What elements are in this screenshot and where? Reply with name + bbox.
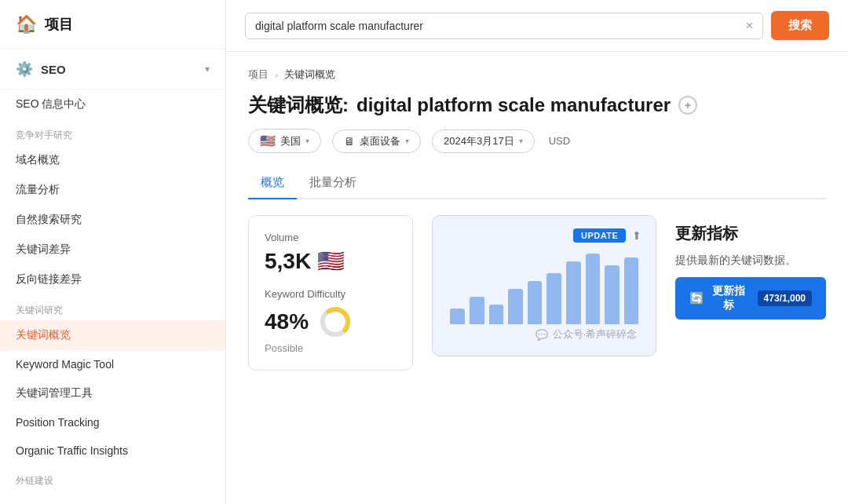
breadcrumb-separator: › (275, 69, 278, 81)
sidebar-item-keyword-overview[interactable]: 关键词概览 (0, 320, 225, 350)
search-button[interactable]: 搜索 (771, 11, 829, 40)
chevron-down-icon: ▾ (519, 137, 523, 145)
search-input-wrapper[interactable]: × (245, 13, 763, 39)
sidebar-item-label: 域名概览 (16, 153, 60, 167)
breadcrumb: 项目 › 关键词概览 (248, 68, 826, 82)
usage-badge: 473/1,000 (758, 290, 812, 306)
chart-bar (528, 281, 543, 324)
sidebar-category-links: 外链建设 (0, 465, 225, 491)
chart-bar (470, 297, 484, 324)
sidebar-item-keyword-magic[interactable]: Keyword Magic Tool (0, 350, 225, 378)
volume-value: 5,3K 🇺🇸 (265, 248, 397, 274)
title-prefix: 关键词概览: (248, 93, 349, 118)
watermark: 💬 公众号·希声碎碎念 (535, 327, 638, 341)
keyword-metrics-card: Volume 5,3K 🇺🇸 Keyword Difficulty 48% Po… (248, 215, 413, 371)
tab-batch[interactable]: 批量分析 (297, 167, 369, 199)
home-icon: 🏠 (16, 14, 37, 35)
chevron-down-icon: ▾ (305, 137, 309, 145)
kd-label: Keyword Difficulty (265, 288, 397, 300)
chevron-down-icon: ▾ (405, 137, 409, 145)
sidebar-item-label: Organic Traffic Insights (16, 444, 128, 457)
search-bar: × 搜索 (226, 0, 848, 52)
breadcrumb-current: 关键词概览 (284, 68, 335, 82)
sidebar-item-organic-research[interactable]: 自然搜索研究 (0, 205, 225, 235)
country-filter[interactable]: 🇺🇸 美国 ▾ (248, 129, 321, 153)
sidebar-item-seo-info[interactable]: SEO 信息中心 (0, 89, 225, 119)
dashboard-row: Volume 5,3K 🇺🇸 Keyword Difficulty 48% Po… (248, 215, 826, 371)
kd-possible-label: Possible (265, 342, 397, 354)
device-label: 桌面设备 (360, 134, 400, 148)
add-keyword-button[interactable]: + (678, 96, 697, 115)
chart-top-bar: UPDATE ⬆ (447, 228, 641, 243)
seo-section: ⚙️ SEO ▾ SEO 信息中心 竞争对手研究 域名概览 流量分析 自然搜索研… (0, 49, 225, 494)
tabs-row: 概览 批量分析 (248, 167, 826, 199)
breadcrumb-parent[interactable]: 项目 (248, 68, 269, 82)
volume-number: 5,3K (265, 249, 311, 274)
country-label: 美国 (280, 134, 301, 148)
date-filter[interactable]: 2024年3月17日 ▾ (432, 130, 535, 153)
sidebar-category-competitive: 竞争对手研究 (0, 119, 225, 145)
sidebar-item-label: 反向链接差异 (16, 272, 82, 287)
chart-preview-panel: UPDATE ⬆ 💬 公众号·希声碎碎念 (432, 215, 656, 356)
sidebar-item-domain-overview[interactable]: 域名概览 (0, 145, 225, 175)
sidebar-item-label: SEO 信息中心 (16, 97, 86, 111)
update-metrics-button[interactable]: 🔄 更新指标 473/1,000 (675, 277, 826, 320)
seo-section-title: SEO (41, 63, 197, 76)
chart-bar (586, 254, 601, 324)
us-flag-icon: 🇺🇸 (260, 133, 276, 148)
filter-row: 🇺🇸 美国 ▾ 🖥 桌面设备 ▾ 2024年3月17日 ▾ USD (248, 129, 826, 153)
update-panel-title: 更新指标 (675, 223, 826, 244)
chart-bar (566, 261, 581, 324)
volume-flag-icon: 🇺🇸 (317, 248, 345, 274)
sidebar-item-label: 关键词管理工具 (16, 386, 93, 400)
kd-donut-chart (318, 305, 353, 339)
sidebar-item-organic-traffic[interactable]: Organic Traffic Insights (0, 436, 225, 465)
sidebar: 🏠 项目 ⚙️ SEO ▾ SEO 信息中心 竞争对手研究 域名概览 流量分析 … (0, 0, 226, 504)
page-title: 关键词概览: digital platform scale manufactur… (248, 93, 826, 118)
currency-label: USD (549, 135, 570, 147)
sidebar-item-keyword-manager[interactable]: 关键词管理工具 (0, 378, 225, 408)
chevron-down-icon: ▾ (205, 64, 210, 75)
chart-bar (624, 257, 639, 324)
kd-value: 48% (265, 305, 397, 339)
chart-bar (605, 265, 620, 324)
desktop-icon: 🖥 (344, 135, 355, 148)
sidebar-header-title: 项目 (45, 15, 73, 34)
chart-bar (489, 305, 504, 324)
seo-icon: ⚙️ (16, 60, 33, 78)
kd-number: 48% (265, 309, 309, 334)
refresh-icon: 🔄 (689, 291, 704, 305)
sidebar-item-position-tracking[interactable]: Position Tracking (0, 408, 225, 436)
sidebar-item-backlink-gap[interactable]: 反向链接差异 (0, 265, 225, 294)
search-input[interactable] (255, 20, 740, 32)
sidebar-item-traffic-analysis[interactable]: 流量分析 (0, 175, 225, 205)
sidebar-category-keyword: 关键词研究 (0, 294, 225, 320)
share-icon[interactable]: ⬆ (632, 229, 641, 242)
seo-section-header[interactable]: ⚙️ SEO ▾ (0, 49, 225, 89)
volume-label: Volume (265, 232, 397, 243)
tab-overview[interactable]: 概览 (248, 167, 297, 199)
wechat-icon: 💬 (535, 329, 548, 341)
bar-chart (447, 254, 641, 324)
sidebar-item-label: Position Tracking (16, 416, 100, 429)
chart-bar (450, 309, 465, 324)
update-panel: 更新指标 提供最新的关键词数据。 🔄 更新指标 473/1,000 (675, 215, 826, 327)
clear-icon[interactable]: × (746, 20, 753, 32)
sidebar-item-label: 流量分析 (16, 183, 60, 197)
chart-bar (508, 289, 523, 324)
main-content: × 搜索 项目 › 关键词概览 关键词概览: digital platform … (226, 0, 848, 504)
content-area: 项目 › 关键词概览 关键词概览: digital platform scale… (226, 52, 848, 504)
sidebar-item-label: 自然搜索研究 (16, 213, 82, 227)
date-label: 2024年3月17日 (444, 134, 514, 148)
plus-icon: + (685, 99, 691, 111)
update-badge: UPDATE (573, 228, 626, 243)
chart-bar (546, 273, 561, 324)
sidebar-item-label: 关键词概览 (16, 328, 71, 342)
sidebar-item-keyword-gap[interactable]: 关键词差异 (0, 235, 225, 265)
update-button-label: 更新指标 (711, 284, 746, 312)
sidebar-header[interactable]: 🏠 项目 (0, 0, 225, 49)
title-keyword: digital platform scale manufacturer (356, 94, 671, 116)
watermark-text: 公众号·希声碎碎念 (553, 327, 638, 341)
device-filter[interactable]: 🖥 桌面设备 ▾ (332, 130, 421, 153)
sidebar-item-label: Keyword Magic Tool (16, 358, 114, 371)
